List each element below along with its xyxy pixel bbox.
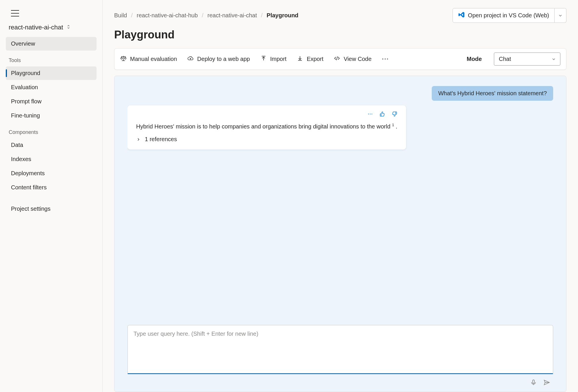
breadcrumb-current: Playground [267, 12, 299, 19]
assistant-text: Hybrid Heroes' mission is to help compan… [136, 123, 390, 130]
assistant-message: Hybrid Heroes' mission is to help compan… [127, 105, 406, 150]
sidebar-item-fine-tuning[interactable]: Fine-tuning [6, 109, 97, 122]
sidebar-item-indexes[interactable]: Indexes [6, 152, 97, 166]
topbar: Build / react-native-ai-chat-hub / react… [103, 0, 578, 23]
user-message: What's Hybrid Heroes' mission statement? [432, 86, 553, 101]
svg-rect-3 [533, 380, 534, 383]
scale-icon [120, 55, 127, 63]
nav-label: Evaluation [11, 84, 38, 91]
sidebar-item-prompt-flow[interactable]: Prompt flow [6, 95, 97, 108]
open-vscode-button[interactable]: Open project in VS Code (Web) [453, 8, 555, 23]
chevron-down-icon [551, 57, 556, 61]
hamburger-icon[interactable] [11, 10, 19, 16]
code-icon [334, 55, 340, 63]
mode-label: Mode [467, 56, 482, 62]
mode-value: Chat [499, 56, 511, 62]
breadcrumb-item[interactable]: Build [114, 12, 127, 19]
breadcrumb-separator: / [202, 12, 203, 19]
sidebar-item-data[interactable]: Data [6, 138, 97, 152]
breadcrumb-item[interactable]: react-native-ai-chat [208, 12, 257, 19]
user-message-text: What's Hybrid Heroes' mission statement? [438, 90, 547, 96]
nav-label: Project settings [11, 206, 51, 212]
manual-evaluation-button[interactable]: Manual evaluation [120, 55, 177, 63]
open-vscode-label: Open project in VS Code (Web) [468, 12, 549, 19]
svg-point-0 [368, 114, 369, 115]
toolbar-label: View Code [344, 56, 371, 62]
nav-label: Deployments [11, 170, 45, 177]
breadcrumb-separator: / [131, 12, 133, 19]
nav-label: Indexes [11, 156, 31, 163]
toolbar-label: Export [307, 56, 323, 62]
open-vscode-group: Open project in VS Code (Web) [453, 8, 566, 23]
import-icon [260, 55, 267, 63]
chat-area: What's Hybrid Heroes' mission statement? [114, 76, 566, 392]
references-label: 1 references [145, 136, 177, 143]
project-switcher[interactable]: react-native-ai-chat [6, 24, 97, 37]
chat-input[interactable] [127, 325, 553, 374]
assistant-message-body: Hybrid Heroes' mission is to help compan… [136, 122, 397, 131]
chevron-right-icon [136, 137, 141, 142]
breadcrumb-item[interactable]: react-native-ai-chat-hub [137, 12, 198, 19]
messages-list: What's Hybrid Heroes' mission statement? [127, 86, 553, 319]
nav-label: Data [11, 142, 23, 148]
breadcrumb: Build / react-native-ai-chat-hub / react… [114, 12, 299, 19]
view-code-button[interactable]: View Code [334, 55, 371, 63]
sidebar-item-playground[interactable]: Playground [6, 66, 97, 80]
nav-label: Fine-tuning [11, 112, 40, 119]
toolbar-label: Import [270, 56, 287, 62]
message-more-icon[interactable] [367, 111, 373, 117]
sidebar: react-native-ai-chat Overview Tools Play… [0, 0, 103, 392]
export-icon [297, 55, 303, 63]
sidebar-item-overview[interactable]: Overview [6, 37, 97, 51]
nav-label: Playground [11, 70, 40, 76]
main-content: Build / react-native-ai-chat-hub / react… [103, 0, 578, 392]
svg-point-2 [371, 114, 372, 115]
sidebar-item-project-settings[interactable]: Project settings [6, 202, 97, 216]
svg-point-1 [370, 114, 370, 115]
thumbs-down-icon[interactable] [392, 111, 397, 117]
send-icon[interactable] [543, 379, 550, 386]
toolbar-label: Manual evaluation [130, 56, 177, 62]
section-label-components: Components [6, 123, 97, 138]
sidebar-item-deployments[interactable]: Deployments [6, 167, 97, 180]
sidebar-item-content-filters[interactable]: Content filters [6, 181, 97, 194]
vscode-icon [458, 11, 465, 20]
section-label-tools: Tools [6, 51, 97, 66]
chevron-sort-icon [66, 24, 71, 31]
message-actions [136, 111, 397, 117]
sidebar-item-evaluation[interactable]: Evaluation [6, 81, 97, 94]
page-title: Playground [103, 23, 578, 48]
toolbar-label: Deploy to a web app [197, 56, 250, 62]
toolbar-more-button[interactable]: ··· [382, 55, 389, 63]
nav-label: Content filters [11, 184, 47, 191]
deploy-button[interactable]: Deploy to a web app [187, 55, 250, 63]
input-action-icons [127, 375, 553, 386]
microphone-icon[interactable] [530, 379, 537, 386]
export-button[interactable]: Export [297, 55, 323, 63]
nav-label: Prompt flow [11, 98, 42, 105]
import-button[interactable]: Import [260, 55, 287, 63]
nav-label: Overview [11, 40, 35, 47]
breadcrumb-separator: / [261, 12, 263, 19]
project-name: react-native-ai-chat [9, 24, 63, 31]
thumbs-up-icon[interactable] [379, 111, 385, 117]
references-toggle[interactable]: 1 references [136, 136, 397, 143]
citation-marker[interactable]: 1 [392, 123, 394, 127]
cloud-icon [187, 55, 194, 63]
input-area [127, 325, 553, 386]
mode-select[interactable]: Chat [494, 53, 560, 66]
toolbar: Manual evaluation Deploy to a web app Im… [114, 48, 566, 70]
assistant-text-tail: . [396, 123, 397, 130]
open-vscode-dropdown[interactable] [555, 8, 566, 23]
